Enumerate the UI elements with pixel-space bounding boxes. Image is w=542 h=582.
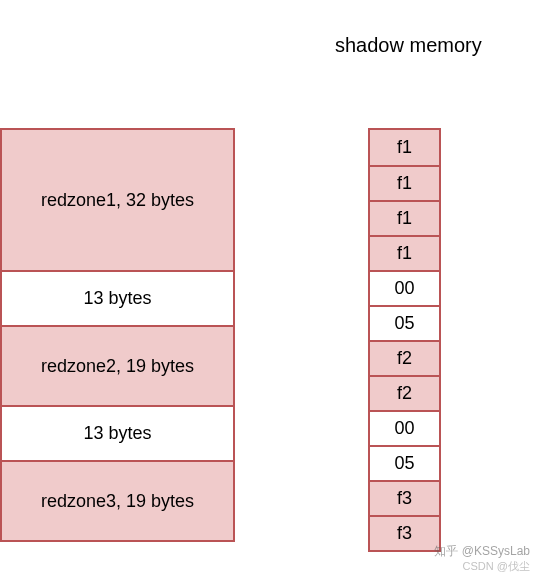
shadow-memory-title: shadow memory — [335, 34, 482, 57]
memory-block-redzone1: redzone1, 32 bytes — [2, 130, 233, 270]
shadow-cell: f3 — [370, 480, 439, 515]
memory-block-redzone3: redzone3, 19 bytes — [2, 460, 233, 540]
shadow-cell: f1 — [370, 235, 439, 270]
shadow-cell: f1 — [370, 165, 439, 200]
shadow-cell: f1 — [370, 200, 439, 235]
memory-block-redzone2: redzone2, 19 bytes — [2, 325, 233, 405]
shadow-cell: 00 — [370, 410, 439, 445]
shadow-cell: f1 — [370, 130, 439, 165]
memory-block-data2: 13 bytes — [2, 405, 233, 460]
watermark-zhihu: 知乎 @KSSysLab — [434, 543, 530, 560]
shadow-cell: 05 — [370, 445, 439, 480]
shadow-cell: f2 — [370, 375, 439, 410]
shadow-cell: 00 — [370, 270, 439, 305]
watermark-csdn: CSDN @伐尘 — [463, 559, 530, 574]
shadow-cell: 05 — [370, 305, 439, 340]
memory-block-data1: 13 bytes — [2, 270, 233, 325]
shadow-memory-column: f1 f1 f1 f1 00 05 f2 f2 00 05 f3 f3 — [368, 128, 441, 552]
shadow-cell: f3 — [370, 515, 439, 550]
shadow-cell: f2 — [370, 340, 439, 375]
memory-column: redzone1, 32 bytes 13 bytes redzone2, 19… — [0, 128, 235, 542]
